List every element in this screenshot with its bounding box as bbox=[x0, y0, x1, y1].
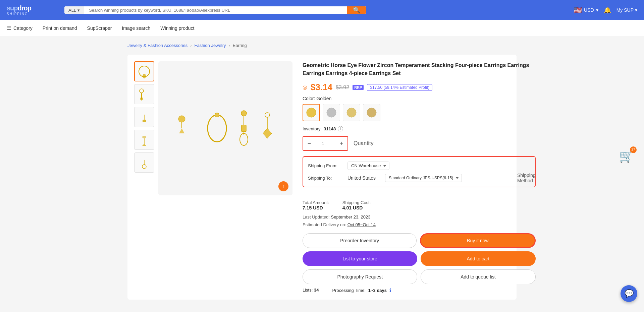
main-content: Jewelry & Fashion Accessories › Fashion … bbox=[121, 36, 523, 306]
search-input[interactable] bbox=[84, 6, 347, 14]
currency-label: USD bbox=[584, 7, 594, 13]
breadcrumb: Jewelry & Fashion Accessories › Fashion … bbox=[127, 43, 517, 48]
shipping-cost-value: 4.01 USD bbox=[342, 205, 371, 210]
image-section: ↑ bbox=[134, 61, 292, 293]
svg-point-18 bbox=[215, 113, 219, 117]
inventory-row: Inventory: 31148 i bbox=[303, 126, 536, 131]
search-type-label: ALL bbox=[68, 8, 76, 13]
quantity-increase-button[interactable]: + bbox=[335, 137, 347, 150]
svg-point-30 bbox=[367, 108, 376, 117]
svg-point-28 bbox=[327, 108, 336, 117]
thumbnail-5[interactable] bbox=[134, 152, 154, 173]
svg-rect-21 bbox=[241, 125, 246, 132]
navigation: ☰ Category Print on demand SupScraper Im… bbox=[0, 20, 644, 36]
category-menu[interactable]: ☰ Category bbox=[7, 25, 33, 31]
shipping-to-row: Shipping To: United States Standard Ordi… bbox=[308, 174, 530, 182]
svg-marker-10 bbox=[142, 144, 146, 146]
add-to-cart-button[interactable]: Add to cart bbox=[421, 251, 535, 266]
last-updated-row: Last Updated: September 23, 2023 bbox=[303, 214, 536, 220]
photography-request-button[interactable]: Photography Request bbox=[303, 269, 417, 284]
svg-point-13 bbox=[142, 165, 146, 169]
last-updated-label: Last Updated: bbox=[303, 214, 330, 220]
buy-it-now-button[interactable]: Buy it now bbox=[420, 233, 535, 248]
quantity-decrease-button[interactable]: − bbox=[303, 137, 315, 150]
color-option-2[interactable] bbox=[323, 104, 340, 121]
nav-print-label: Print on demand bbox=[43, 25, 77, 31]
main-product-image: ↑ bbox=[158, 61, 292, 195]
original-price: $3.92 bbox=[336, 84, 349, 90]
breadcrumb-jewelry[interactable]: Jewelry & Fashion Accessories bbox=[127, 43, 187, 48]
svg-point-17 bbox=[208, 115, 226, 142]
delivery-label: Estimated Delivery on: bbox=[303, 222, 346, 227]
breadcrumb-sep-2: › bbox=[228, 43, 230, 48]
shipping-from-label: Shipping From: bbox=[308, 163, 345, 168]
shipping-method-select[interactable]: Standard Ordinary JPS-USPS(6-15) bbox=[385, 174, 462, 182]
total-amount-value: 7.15 USD bbox=[303, 205, 329, 210]
quantity-control: − + bbox=[303, 136, 348, 151]
thumbnail-4[interactable] bbox=[134, 130, 154, 150]
svg-point-2 bbox=[140, 89, 144, 93]
thumbnail-2[interactable] bbox=[134, 84, 154, 104]
svg-point-24 bbox=[265, 113, 270, 117]
search-type-chevron: ▾ bbox=[77, 8, 80, 13]
quantity-text-label: Quantity bbox=[354, 140, 374, 146]
list-to-store-button[interactable]: List to your store bbox=[303, 251, 417, 266]
svg-point-23 bbox=[240, 133, 248, 145]
svg-point-14 bbox=[178, 116, 185, 122]
color-option-3[interactable] bbox=[343, 104, 360, 121]
last-updated-value[interactable]: September 23, 2023 bbox=[331, 214, 371, 220]
delivery-row: Estimated Delivery on: Oct 05~Oct 14 bbox=[303, 222, 536, 227]
action-buttons-row-3: Photography Request Add to queue list bbox=[303, 269, 536, 284]
search-bar: ALL ▾ 🔍 bbox=[64, 6, 366, 14]
nav-image-search[interactable]: Image search bbox=[122, 25, 150, 31]
chat-button[interactable]: 💬 bbox=[621, 285, 637, 302]
quantity-input[interactable] bbox=[315, 137, 335, 150]
search-button[interactable]: 🔍 bbox=[347, 6, 366, 14]
account-label: My SUP bbox=[616, 7, 634, 13]
cost-section: Total Amount: 7.15 USD Shipping Cost: 4.… bbox=[303, 200, 536, 210]
svg-point-29 bbox=[347, 108, 356, 117]
quantity-row: − + 1 Quantity bbox=[303, 136, 536, 151]
nav-print-on-demand[interactable]: Print on demand bbox=[43, 25, 77, 31]
header: supdrop shipping ALL ▾ 🔍 🇺🇸 USD ▾ 🔔 My S… bbox=[0, 0, 644, 20]
header-right: 🇺🇸 USD ▾ 🔔 My SUP ▾ bbox=[574, 6, 637, 14]
currency-selector[interactable]: 🇺🇸 USD ▾ bbox=[574, 6, 598, 14]
upload-icon[interactable]: ↑ bbox=[278, 181, 288, 191]
thumbnail-3[interactable] bbox=[134, 107, 154, 127]
add-to-queue-button[interactable]: Add to queue list bbox=[421, 269, 535, 284]
svg-rect-7 bbox=[143, 120, 146, 122]
breadcrumb-earring: Earring bbox=[233, 43, 247, 48]
delivery-value[interactable]: Oct 05~Oct 14 bbox=[347, 222, 376, 227]
color-option-1[interactable] bbox=[303, 104, 320, 121]
nav-supscraper-label: SupScraper bbox=[87, 25, 112, 31]
color-option-4[interactable] bbox=[363, 104, 380, 121]
processing-info-icon[interactable]: ℹ bbox=[389, 288, 391, 293]
logo[interactable]: supdrop shipping bbox=[7, 4, 60, 16]
nav-winning-product[interactable]: Winning product bbox=[160, 25, 194, 31]
color-row: Color: Golden bbox=[303, 96, 536, 121]
breadcrumb-fashion-jewelry[interactable]: Fashion Jewelry bbox=[195, 43, 226, 48]
search-type-selector[interactable]: ALL ▾ bbox=[64, 6, 84, 14]
flag-icon: 🇺🇸 bbox=[574, 6, 582, 14]
shipping-method-label: Shipping Method bbox=[517, 173, 536, 183]
inventory-info-icon[interactable]: i bbox=[338, 126, 343, 131]
product-title: Geometric Horse Eye Flower Zircon Temper… bbox=[303, 61, 536, 77]
nav-supscraper[interactable]: SupScraper bbox=[87, 25, 112, 31]
svg-point-1 bbox=[143, 74, 146, 78]
thumbnail-1[interactable] bbox=[134, 61, 154, 81]
my-account-button[interactable]: My SUP ▾ bbox=[616, 7, 637, 13]
lists-row: Lists: 34 Processing Time: 1~3 days ℹ bbox=[303, 288, 536, 293]
bell-icon: 🔔 bbox=[604, 7, 611, 13]
shipping-to-label: Shipping To: bbox=[308, 176, 345, 181]
shipping-section: Shipping From: CN Warehouse Shipping To:… bbox=[303, 156, 536, 187]
shipping-from-select[interactable]: CN Warehouse bbox=[347, 162, 389, 170]
preorder-inventory-button[interactable]: Preorder Inventory bbox=[303, 233, 417, 248]
color-label: Color: Golden bbox=[303, 96, 536, 101]
action-buttons-row-2: List to your store Add to cart bbox=[303, 251, 536, 266]
notification-button[interactable]: 🔔 bbox=[604, 6, 611, 14]
lists-count: 34 bbox=[314, 288, 319, 293]
lists-info: Lists: 34 bbox=[303, 288, 319, 293]
shipping-from-row: Shipping From: CN Warehouse bbox=[308, 162, 530, 170]
floating-cart[interactable]: 🛒 27 bbox=[619, 149, 634, 163]
color-options bbox=[303, 104, 536, 121]
